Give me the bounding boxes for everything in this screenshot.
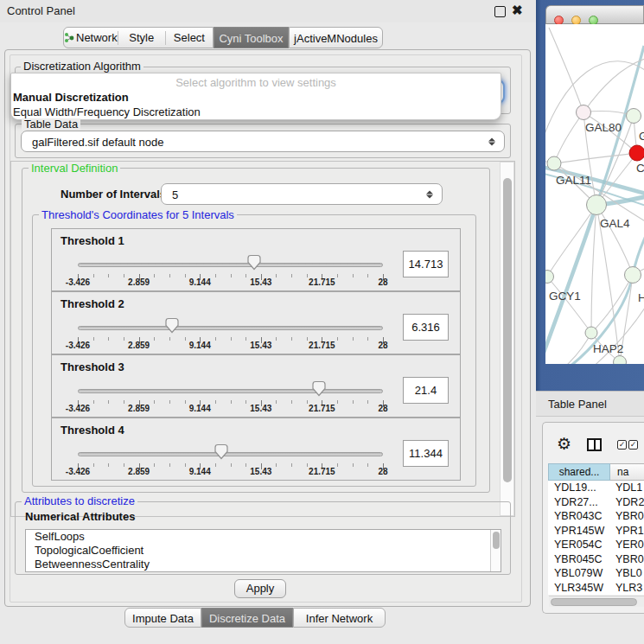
tab-jactivemnodules[interactable]: jActiveMNodules xyxy=(289,27,383,48)
tab-style[interactable]: Style xyxy=(118,31,165,44)
tab-network-label: Network xyxy=(76,31,118,44)
close-icon[interactable]: ✖ xyxy=(512,3,523,18)
network-node[interactable] xyxy=(577,105,591,120)
float-window-icon[interactable] xyxy=(494,6,506,17)
horizontal-scrollbar[interactable] xyxy=(549,596,644,607)
threshold-value-field[interactable]: 11.344 xyxy=(403,440,449,467)
number-of-intervals-combobox[interactable]: 5 xyxy=(161,183,443,205)
table-row[interactable]: YER054CYER0 xyxy=(548,538,644,552)
network-node-label: GAL11 xyxy=(556,174,591,187)
network-node[interactable] xyxy=(614,356,627,365)
dropdown-option-manual[interactable]: Manual Discretization xyxy=(11,90,501,105)
table-cell-shared[interactable]: YPR145W xyxy=(554,525,604,537)
slider-axis-label: -3.426 xyxy=(54,467,101,476)
vertical-scrollbar-thumb[interactable] xyxy=(503,178,512,482)
list-item[interactable]: SelfLoops xyxy=(26,530,501,544)
tab-cyni-toolbox[interactable]: Cyni Toolbox xyxy=(214,27,289,48)
slider-axis-label: -3.426 xyxy=(54,341,101,350)
table-cell-shared[interactable]: YDL19... xyxy=(554,481,596,494)
network-icon xyxy=(64,32,74,43)
list-scrollbar-thumb[interactable] xyxy=(493,532,500,549)
table-row[interactable]: YDR27...YDR2 xyxy=(548,495,644,510)
tab-infer-network[interactable]: Infer Network xyxy=(293,608,386,628)
threshold-value-field[interactable]: 14.713 xyxy=(403,251,449,277)
list-scrollbar[interactable] xyxy=(490,530,501,571)
table-row[interactable]: YBL079WYBL0 xyxy=(548,566,644,581)
table-cell-shared[interactable]: YBR045C xyxy=(554,553,603,565)
tab-discretize-data[interactable]: Discretize Data xyxy=(201,608,293,628)
slider-axis-label: 28 xyxy=(360,341,406,350)
slider-track[interactable] xyxy=(78,452,383,456)
table-cell-shared[interactable]: YDR27... xyxy=(554,496,598,508)
network-node[interactable] xyxy=(547,156,561,170)
table-data-combobox[interactable]: galFiltered.sif default node xyxy=(21,131,505,152)
network-node-label: GAL4 xyxy=(600,217,630,230)
table-cell-name[interactable]: YDR2 xyxy=(615,496,644,508)
network-node-label: H xyxy=(638,291,644,304)
slider-handle[interactable] xyxy=(311,380,327,397)
slider-handle[interactable] xyxy=(214,443,229,460)
threshold-label: Threshold 1 xyxy=(61,234,124,247)
table-row[interactable]: YDL19...YDL1 xyxy=(548,481,644,495)
table-cell-name[interactable]: YBR0 xyxy=(615,553,644,565)
table-cell-shared[interactable]: YER054C xyxy=(554,539,603,551)
network-canvas[interactable]: GAL80GACGAL11GAL4GCY1HHAP2 xyxy=(545,24,644,364)
table-cell-name[interactable]: YDL1 xyxy=(615,481,642,494)
tab-network[interactable]: Network xyxy=(64,31,118,44)
tab-impute-data[interactable]: Impute Data xyxy=(124,608,201,628)
slider-tick xyxy=(231,274,232,277)
checkbox-icon[interactable]: ✓ xyxy=(628,440,638,450)
numerical-attributes-list: SelfLoopsTopologicalCoefficientBetweenne… xyxy=(25,529,501,572)
slider-axis-label: 21.715 xyxy=(298,404,345,413)
network-edge xyxy=(596,205,633,275)
table-row[interactable]: YPR145WYPR1 xyxy=(548,524,644,539)
discretization-algorithm-label: Discretization Algorithm xyxy=(21,61,143,73)
list-item[interactable]: BetweennessCentrality xyxy=(26,558,501,571)
numerical-attributes-label: Numerical Attributes xyxy=(25,510,135,523)
table-cell-name[interactable]: YER0 xyxy=(615,539,644,551)
slider-tick xyxy=(231,463,232,467)
network-node[interactable] xyxy=(629,145,644,161)
gear-icon[interactable]: ⚙ xyxy=(557,434,571,454)
table-cell-name[interactable]: YBL0 xyxy=(615,567,642,579)
apply-button[interactable]: Apply xyxy=(234,579,286,598)
table-cell-name[interactable]: YPR1 xyxy=(615,525,644,537)
network-node[interactable] xyxy=(587,195,607,215)
column-header-shared[interactable]: shared... xyxy=(548,463,610,481)
slider-handle[interactable] xyxy=(246,254,262,271)
slider-track[interactable] xyxy=(78,326,383,330)
panel-title: Control Panel xyxy=(7,4,75,17)
table-row[interactable]: YBR043CYBR0 xyxy=(548,509,644,524)
vertical-scrollbar[interactable] xyxy=(500,162,514,516)
table-cell-name[interactable]: YLR3 xyxy=(615,582,642,594)
split-columns-icon[interactable] xyxy=(587,438,602,451)
network-node[interactable] xyxy=(625,267,641,284)
network-node[interactable] xyxy=(545,271,554,284)
slider-tick xyxy=(108,337,109,341)
slider-axis-label: 28 xyxy=(360,404,406,413)
table-cell-name[interactable]: YBR0 xyxy=(615,510,644,522)
threshold-value-field[interactable]: 21.4 xyxy=(403,377,449,404)
algorithm-dropdown-popup: Select algorithm to view settings Manual… xyxy=(10,73,501,120)
table-cell-shared[interactable]: YLR345W xyxy=(554,582,603,594)
network-node[interactable] xyxy=(627,109,641,124)
tab-select[interactable]: Select xyxy=(166,31,213,44)
thresholds-group-label: Threshold's Coordinates for 5 Intervals xyxy=(39,209,237,221)
combo-arrows-icon xyxy=(426,190,433,198)
list-item[interactable]: TopologicalCoefficient xyxy=(26,544,501,558)
column-header-name[interactable]: na xyxy=(610,463,644,481)
table-cell-shared[interactable]: YBR043C xyxy=(554,510,603,522)
network-window-titlebar[interactable] xyxy=(545,5,644,24)
table-row[interactable]: YLR345WYLR3 xyxy=(548,581,644,596)
table-row[interactable]: YBR045CYBR0 xyxy=(548,552,644,567)
checkbox-icon[interactable]: ✓ xyxy=(617,440,627,450)
threshold-value-field[interactable]: 6.316 xyxy=(403,314,449,341)
horizontal-scrollbar-thumb[interactable] xyxy=(551,598,637,606)
slider-track[interactable] xyxy=(78,389,383,393)
slider-axis-label: 15.43 xyxy=(238,404,284,413)
slider-handle[interactable] xyxy=(164,317,180,334)
slider-track[interactable] xyxy=(78,263,383,267)
network-node[interactable] xyxy=(585,327,597,339)
dropdown-option-equal-width[interactable]: Equal Width/Frequency Discretization xyxy=(11,105,501,119)
table-cell-shared[interactable]: YBL079W xyxy=(554,567,603,579)
